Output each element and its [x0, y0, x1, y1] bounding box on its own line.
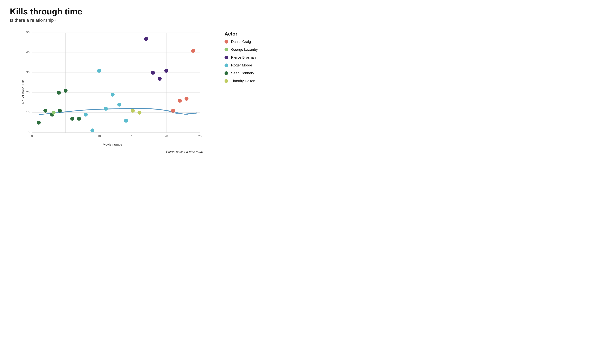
data-point	[58, 109, 62, 113]
chart-title: Kills through time	[10, 6, 285, 16]
data-point	[178, 99, 182, 103]
svg-text:0: 0	[28, 131, 29, 134]
svg-text:40: 40	[26, 51, 29, 54]
legend-item: Roger Moore	[225, 63, 258, 67]
data-point	[131, 109, 135, 113]
legend-dot	[225, 56, 228, 59]
svg-text:0: 0	[31, 135, 33, 137]
legend-item: Timothy Dalton	[225, 79, 258, 83]
legend-title: Actor	[225, 31, 258, 37]
legend-label: George Lazenby	[231, 47, 258, 52]
data-point	[43, 109, 47, 113]
data-point	[171, 109, 175, 113]
data-point	[77, 117, 81, 121]
data-point	[64, 89, 67, 93]
legend-label: Daniel Craig	[231, 40, 251, 44]
svg-text:25: 25	[198, 135, 201, 137]
data-point	[52, 111, 56, 115]
chart-annotation: Pierce wasn't a nice man!	[166, 150, 203, 154]
data-point	[37, 121, 41, 124]
svg-text:30: 30	[26, 71, 29, 74]
data-point	[111, 93, 114, 97]
svg-text:10: 10	[98, 135, 101, 137]
data-point	[90, 129, 94, 132]
data-point	[138, 111, 141, 115]
x-axis-label: Movie number	[103, 143, 124, 146]
chart-inner: .grid-line { stroke: #cccccc; stroke-wid…	[23, 29, 203, 137]
legend-item: George Lazenby	[225, 47, 258, 52]
legend-label: Roger Moore	[231, 63, 252, 67]
chart-subtitle: Is there a relationship?	[10, 18, 285, 23]
legend-label: Sean Connery	[231, 71, 254, 75]
data-point	[70, 117, 74, 121]
data-point	[158, 77, 161, 81]
legend-item: Pierce Brosnan	[225, 55, 258, 59]
legend-items: Daniel Craig George Lazenby Pierce Brosn…	[225, 40, 258, 83]
legend-dot	[225, 64, 228, 67]
legend-dot	[225, 48, 228, 51]
data-point	[124, 119, 128, 123]
data-point	[144, 37, 148, 41]
svg-text:10: 10	[26, 111, 29, 114]
data-point	[164, 69, 168, 73]
svg-text:50: 50	[26, 31, 29, 34]
svg-text:20: 20	[165, 135, 168, 137]
legend-item: Sean Connery	[225, 71, 258, 75]
data-point	[97, 69, 101, 73]
chart-container: No. of Bond Kills .grid-line { stroke: #…	[10, 28, 215, 156]
data-point	[151, 71, 155, 75]
data-point	[57, 91, 61, 95]
data-point	[104, 107, 108, 111]
chart-svg: .grid-line { stroke: #cccccc; stroke-wid…	[23, 29, 203, 137]
legend-dot	[225, 71, 228, 75]
svg-text:5: 5	[65, 135, 66, 137]
data-point	[84, 113, 88, 117]
data-point	[117, 103, 121, 107]
legend-label: Timothy Dalton	[231, 79, 255, 83]
chart-area: No. of Bond Kills .grid-line { stroke: #…	[10, 28, 285, 156]
svg-text:15: 15	[131, 135, 134, 137]
legend: Actor Daniel Craig George Lazenby Pierce…	[225, 31, 258, 87]
data-point	[185, 97, 188, 101]
data-point	[191, 49, 195, 53]
legend-item: Daniel Craig	[225, 40, 258, 44]
svg-text:20: 20	[26, 91, 29, 94]
page: Kills through time Is there a relationsh…	[0, 0, 295, 182]
legend-label: Pierce Brosnan	[231, 55, 256, 59]
legend-dot	[225, 40, 228, 44]
legend-dot	[225, 79, 228, 83]
